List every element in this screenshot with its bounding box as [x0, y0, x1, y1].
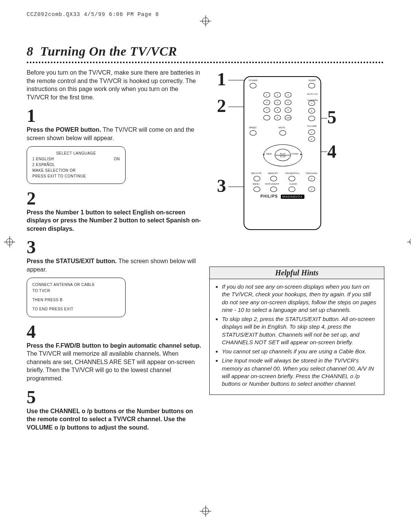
remote-body: POWER SLEEP 1 2 3 AUTO CH 4 5 6 CHANNEL …	[244, 76, 321, 230]
channel-up-button: o	[308, 101, 315, 106]
num-6-button: 6	[285, 100, 292, 105]
step-text: Use the CHANNEL o /p buttons or the Numb…	[27, 407, 202, 432]
mute-button	[279, 130, 286, 136]
osd-line: TO TVCR	[32, 288, 120, 294]
page-number: 8	[27, 44, 33, 58]
pausestill-button	[288, 176, 295, 181]
step-bold: Press the Number 1 button to select Engl…	[27, 209, 201, 232]
osd-line: THEN PRESS B	[32, 297, 120, 303]
tracking-label: TRACKING	[306, 172, 317, 174]
num-7-button: 7	[263, 107, 270, 113]
channel-extra-button	[308, 116, 315, 121]
num-2-button: 2	[274, 92, 281, 97]
volume-up-button: o	[308, 129, 315, 135]
tracking-down-button: p	[308, 187, 315, 192]
play-stop-button: PLAY STOP	[275, 149, 291, 161]
page-title: 8 Turning On the TV/VCR	[27, 44, 384, 59]
stop-label: STOP	[275, 155, 290, 158]
osd-line: ON	[114, 156, 120, 162]
plus100-button: +100	[285, 115, 292, 120]
step-number: 2	[27, 189, 202, 208]
menu-label: MENU	[253, 183, 260, 185]
power-label: POWER	[249, 79, 258, 81]
hint-item: Line Input mode will always be stored in…	[222, 357, 379, 388]
manual-page: CCZ092comb.QX33 4/5/99 6:06 PM Page 8 8 …	[0, 0, 411, 532]
right-column: 1 2 3 4 5 POWER SLEEP 1	[209, 69, 384, 431]
callout-4: 4	[327, 141, 336, 162]
num-0-button: 0	[274, 115, 281, 120]
memory-button	[270, 176, 277, 181]
power-button	[250, 83, 256, 88]
callout-5: 5	[327, 107, 336, 128]
osd-line: 2 ESPAÑOL	[32, 162, 120, 168]
brand-philips: PHILIPS	[260, 194, 278, 198]
onscreen-display: SELECT LANGUAGE 1 ENGLISH ON 2 ESPAÑOL M…	[27, 146, 126, 184]
num-9-button: 9	[285, 107, 292, 113]
statusexit-button	[270, 187, 277, 192]
menu-button	[253, 187, 260, 192]
intro-paragraph: Before you turn on the TV/VCR, make sure…	[27, 69, 202, 101]
speed-button	[250, 130, 256, 136]
steps-column: Before you turn on the TV/VCR, make sure…	[27, 69, 202, 431]
remote-illustration: 1 2 3 4 5 POWER SLEEP 1	[209, 69, 384, 251]
step-number: 3	[27, 238, 202, 256]
step-number: 4	[27, 323, 202, 341]
hints-body: If you do not see any on-screen displays…	[210, 279, 384, 395]
hint-item: You cannot set up channels if you are us…	[222, 348, 379, 355]
recotr-label: REC/OTR	[251, 172, 261, 174]
step-bold: Press the STATUS/EXIT button.	[27, 258, 117, 264]
callout-2: 2	[217, 95, 226, 116]
channel-down-button: p	[308, 108, 315, 113]
divider-dots: ••••••••••••••••••••••••••••••••••••••••…	[27, 59, 384, 66]
osd-line: MAKE SELECTION OR	[32, 168, 120, 173]
osd-line: CONNECT ANTENNA OR CABLE	[32, 282, 120, 288]
statusexit-label: STATUS/EXIT	[265, 183, 279, 185]
mute-label: MUTE	[279, 126, 285, 129]
ffwd-text: F.FWD	[292, 153, 298, 155]
transport-controls: ◀ REW F.FWD ▶ PLAY STOP	[263, 144, 301, 166]
hints-title: Helpful Hints	[210, 267, 384, 279]
osd-line: SELECT LANGUAGE	[32, 150, 120, 156]
callout-1: 1	[217, 69, 226, 89]
step-bold: Press the F.FWD/B button to begin automa…	[27, 342, 201, 349]
volume-label: VOLUME	[307, 125, 317, 127]
callout-3: 3	[217, 175, 226, 196]
crop-mark-icon	[200, 505, 211, 517]
volume-down-button: p	[308, 136, 315, 142]
num-1-button: 1	[263, 92, 270, 97]
speed-label: SPEED	[249, 126, 256, 129]
num-3-button: 3	[285, 92, 292, 97]
step-bold: Use the CHANNEL o /p buttons or the Numb…	[27, 408, 193, 431]
pausestill-label: PAUSE/STILL	[285, 172, 300, 174]
num-8-button: 8	[274, 107, 281, 113]
osd-line: 1 ENGLISH	[32, 156, 54, 162]
osd-line: PRESS EXIT TO CONTINUE	[32, 173, 120, 179]
step-number: 1	[27, 107, 202, 125]
brand-row: PHILIPS MAGNAVOX	[244, 194, 320, 199]
onscreen-display: CONNECT ANTENNA OR CABLE TO TVCR THEN PR…	[27, 278, 126, 317]
memory-label: MEMORY	[268, 172, 278, 174]
tracking-up-button: o	[308, 176, 315, 181]
crop-mark-icon	[200, 15, 211, 27]
title-text: Turning On the TV/VCR	[40, 44, 177, 58]
step-bold: Press the POWER button.	[27, 126, 101, 133]
hint-item: If you do not see any on-screen displays…	[222, 283, 379, 314]
num-4-button: 4	[263, 100, 270, 105]
step-rest: The TV/VCR will memorize all available c…	[27, 350, 195, 382]
step-text: Press the Number 1 button to select Engl…	[27, 208, 202, 233]
step-text: Press the F.FWD/B button to begin automa…	[27, 342, 202, 383]
step-text: Press the POWER button. The TV/VCR will …	[27, 126, 202, 142]
clear-label: CLEAR	[289, 183, 297, 185]
rew-text: REW	[266, 153, 272, 155]
autoch-label: AUTO CH	[307, 93, 317, 95]
num-5-button: 5	[274, 100, 281, 105]
clear-button	[288, 187, 295, 192]
hint-item: To skip step 2, press the STATUS/EXIT bu…	[222, 315, 379, 346]
sleep-button	[308, 83, 315, 88]
step-number: 5	[27, 388, 202, 406]
step-text: Press the STATUS/EXIT button. The screen…	[27, 257, 202, 273]
brand-magnavox: MAGNAVOX	[281, 195, 304, 199]
num-0-alt-button	[263, 115, 270, 120]
rew-label: ◀	[263, 153, 264, 155]
osd-line: TO END PRESS EXIT	[32, 306, 120, 312]
